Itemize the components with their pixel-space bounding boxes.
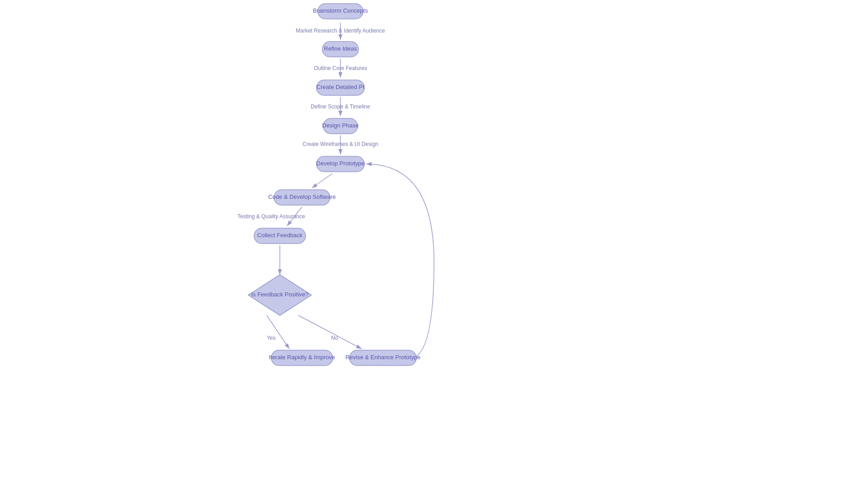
node-create-pi-label: Create Detailed PI <box>316 84 364 90</box>
node-refine-label: Refine Ideas <box>324 45 357 52</box>
node-design-label: Design Phase <box>322 122 359 129</box>
node-code-label: Code & Develop Software <box>268 193 336 200</box>
edge-label-yes: Yes <box>267 335 276 341</box>
edge-devproto-code <box>312 174 332 188</box>
flowchart-container: Market Research & Identify Audience Outl… <box>0 0 868 488</box>
edge-label-testing: Testing & Quality Assurance <box>237 213 305 220</box>
node-develop-proto-label: Develop Prototype <box>316 160 365 167</box>
node-diamond-feedback-label: Is Feedback Positive? <box>251 291 308 298</box>
edge-label-outline-core: Outline Core Features <box>314 65 367 71</box>
edge-label-wireframes: Create Wireframes & UI Design <box>302 141 378 147</box>
edge-diamond-revise <box>298 315 362 349</box>
node-revise-label: Revise & Enhance Prototype <box>345 354 420 361</box>
edge-diamond-iterate <box>267 315 289 349</box>
edge-label-no: No <box>331 335 338 341</box>
node-collect-feedback-label: Collect Feedback <box>257 232 303 239</box>
edge-label-define-scope: Define Scope & Timeline <box>311 103 370 110</box>
node-brainstorm-label: Brainstorm Concepts <box>313 7 368 14</box>
edge-revise-devproto-back <box>366 164 434 359</box>
edge-label-market-research: Market Research & Identify Audience <box>296 28 385 34</box>
node-iterate-label: Iterate Rapidly & Improve <box>269 354 335 361</box>
